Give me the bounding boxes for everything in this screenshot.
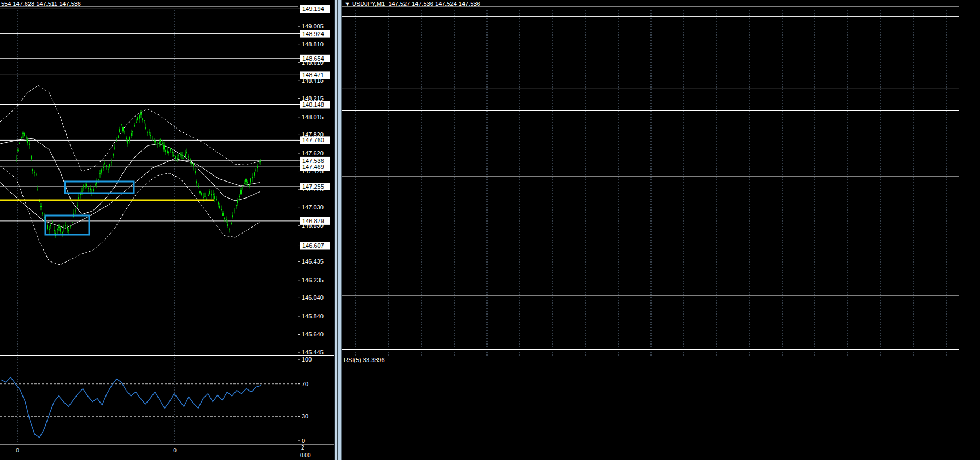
right-chart-ohlc-title: ▼ USDJPY,M1 147.527 147.536 147.524 147.… <box>344 1 480 7</box>
svg-text:0: 0 <box>16 447 19 453</box>
svg-text:145.840: 145.840 <box>302 313 324 319</box>
svg-text:145.445: 145.445 <box>302 349 324 356</box>
svg-text:0: 0 <box>173 447 177 453</box>
svg-text:148.148: 148.148 <box>302 101 324 108</box>
svg-text:147.255: 147.255 <box>302 183 324 190</box>
svg-text:146.435: 146.435 <box>302 258 324 265</box>
svg-text:146.607: 146.607 <box>302 242 324 249</box>
svg-text:148.215: 148.215 <box>302 95 324 102</box>
svg-text:100: 100 <box>302 356 312 363</box>
svg-text:147.620: 147.620 <box>302 150 324 156</box>
svg-text:148.471: 148.471 <box>302 72 324 78</box>
charts-canvas[interactable]: 149.005148.810148.610148.415148.215148.0… <box>0 0 980 460</box>
svg-text:0.00: 0.00 <box>300 452 311 458</box>
svg-text:148.654: 148.654 <box>302 55 324 62</box>
svg-text:147.469: 147.469 <box>302 164 324 170</box>
chart-shift-marker-icon: ▼ <box>344 1 350 7</box>
svg-text:148.810: 148.810 <box>302 41 324 48</box>
svg-text:147.030: 147.030 <box>302 204 324 211</box>
svg-text:145.640: 145.640 <box>302 331 324 337</box>
svg-text:148.015: 148.015 <box>302 114 324 120</box>
svg-text:146.235: 146.235 <box>302 277 324 283</box>
left-chart-ohlc-title: 554 147.628 147.511 147.536 <box>1 1 81 7</box>
svg-text:147.536: 147.536 <box>302 158 324 164</box>
trading-terminal-window: { "colors":{ "bg":"#000000","candle":"#0… <box>0 0 980 460</box>
svg-text:30: 30 <box>302 413 308 420</box>
svg-text:148.924: 148.924 <box>302 31 324 37</box>
svg-text:70: 70 <box>302 381 308 387</box>
svg-text:147.760: 147.760 <box>302 137 324 143</box>
svg-text:146.879: 146.879 <box>302 218 324 224</box>
svg-text:2: 2 <box>301 445 304 451</box>
rsi-indicator-label: RSI(5) 33.3396 <box>344 357 385 363</box>
svg-text:149.005: 149.005 <box>302 23 324 30</box>
right-chart-title-text: USDJPY,M1 147.527 147.536 147.524 147.53… <box>352 1 480 7</box>
svg-text:0: 0 <box>302 438 305 444</box>
svg-text:146.040: 146.040 <box>302 294 324 301</box>
panel-divider-scrollbar[interactable] <box>334 0 342 460</box>
svg-text:149.194: 149.194 <box>302 5 324 12</box>
